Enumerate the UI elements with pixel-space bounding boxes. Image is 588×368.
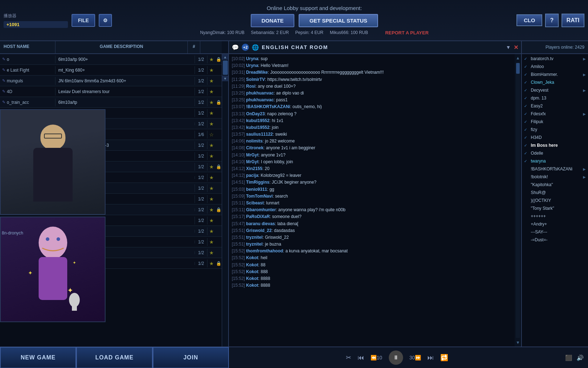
player-row[interactable]: ✓ Fdesxfx ▶ — [522, 110, 588, 118]
star-icon[interactable]: ★ — [207, 110, 215, 116]
chat-username[interactable]: Uryna — [246, 63, 258, 68]
player-row[interactable]: ✓ Decyvest ▶ — [522, 86, 588, 94]
star-icon[interactable]: ★ — [207, 89, 215, 95]
chat-username[interactable]: Kokot — [246, 269, 258, 274]
settings-button[interactable]: ⚙ — [99, 14, 112, 27]
chat-username[interactable]: tryznitel — [246, 242, 263, 247]
chat-username[interactable]: Kokot — [246, 276, 258, 281]
game-row[interactable]: ✎e Last Fight mt_King 680+ 1/2 ★ — [0, 65, 222, 76]
star-icon[interactable]: ★ — [207, 250, 215, 256]
special-status-button[interactable]: GET SPECIAL STATUS — [299, 14, 378, 27]
player-row[interactable]: ++++++ — [522, 212, 588, 220]
chat-close-button[interactable]: ✕ — [514, 44, 518, 51]
chat-username[interactable]: Kokot — [246, 255, 258, 260]
chat-username[interactable]: phukhuanvac — [246, 97, 274, 102]
load-game-button[interactable]: LOAD GAME — [76, 347, 152, 368]
chat-username[interactable]: saulius11122 — [246, 132, 273, 137]
chat-dropdown-button[interactable]: ▼ — [506, 44, 511, 50]
chat-username[interactable]: DreadMike — [246, 70, 268, 75]
player-row[interactable]: ✓ fizy — [522, 126, 588, 134]
star-icon[interactable]: ★ — [207, 175, 215, 180]
help-button[interactable]: ? — [545, 14, 559, 27]
list-scrollbar[interactable]: ▲ ▼ — [222, 54, 228, 347]
media-forward30-button[interactable]: 30⏩ — [410, 355, 421, 360]
star-icon[interactable]: ★ — [207, 121, 215, 127]
star-icon[interactable]: ★ — [207, 261, 215, 266]
player-row[interactable]: -=Dust=- — [522, 236, 588, 244]
chat-username[interactable]: Rosi — [246, 84, 255, 89]
game-row[interactable]: ✎o_train_acc 6lm10a/tp 1/2 ★ 🔒 — [0, 97, 222, 108]
chat-username[interactable]: MrGyt — [246, 152, 259, 158]
chat-username[interactable]: Uryna — [246, 56, 258, 61]
player-row[interactable]: ✓ Odelle — [522, 149, 588, 157]
media-volume-button[interactable]: 🔊 — [577, 354, 584, 361]
star-icon[interactable]: ★ — [207, 207, 215, 213]
player-row[interactable]: ✓ BiomHammer. ▶ — [522, 71, 588, 78]
star-icon[interactable]: ★ — [207, 78, 215, 84]
game-row[interactable]: ✎4D Lexiav Duel streamers tour 1/2 ★ — [0, 86, 222, 97]
chat-username[interactable]: Kokot — [246, 262, 258, 267]
star-icon[interactable]: ★ — [207, 142, 215, 148]
chat-username[interactable]: OnDay23 — [246, 111, 265, 116]
star-icon[interactable]: ★ — [207, 100, 215, 105]
player-row[interactable]: ✓ Amiloo — [522, 63, 588, 71]
chat-username[interactable]: !BASHKORTsKAZANi — [246, 104, 290, 109]
player-row[interactable]: ✓ baratorch.tv ▶ — [522, 55, 588, 63]
star-icon[interactable]: ★ — [207, 196, 215, 202]
chat-username[interactable]: thomfromthahood — [246, 248, 283, 253]
media-prev-button[interactable]: ⏮ — [358, 354, 364, 362]
game-row[interactable]: ✎munguls JN 6lm10anv 8mm6a 2sm4d3 600+ 1… — [0, 76, 222, 86]
chat-username[interactable]: Scibeast — [246, 200, 264, 205]
player-row[interactable]: ✓ H34D — [522, 134, 588, 141]
chat-username[interactable]: PaRoDiXaR — [246, 214, 270, 219]
chat-username[interactable]: Kokot — [246, 283, 258, 288]
chat-username[interactable]: phukhuanvac — [246, 91, 274, 96]
player-row[interactable]: !BASHKORTsKAZANi ▶ — [522, 165, 588, 173]
chat-username[interactable]: kubul19552 — [246, 125, 269, 130]
player-row[interactable]: "Kapitohka" — [522, 181, 588, 189]
chat-username[interactable]: TomTomNavi — [246, 194, 273, 199]
star-icon[interactable]: ★ — [207, 185, 215, 191]
chat-username[interactable]: benio9311 — [246, 187, 267, 192]
star-icon[interactable]: ★ — [207, 164, 215, 170]
rating-button[interactable]: RATI — [562, 14, 584, 27]
player-row[interactable]: ✓ Easy2 — [522, 102, 588, 110]
player-row[interactable]: ✓ dpm. 13 — [522, 94, 588, 102]
star-icon[interactable]: ☆ — [207, 132, 215, 137]
chat-username[interactable]: MrGyt — [246, 159, 259, 164]
player-row[interactable]: ✓ Im Boss here — [522, 141, 588, 149]
player-row[interactable]: ShuR@ — [522, 189, 588, 197]
join-button[interactable]: JOIN — [153, 347, 229, 368]
player-row[interactable]: ---SAY--- — [522, 228, 588, 236]
chat-username[interactable]: SolmirTV — [246, 77, 265, 82]
chat-username[interactable]: baranu dievas — [246, 221, 275, 226]
report-button[interactable]: REPORT A PLAYER — [385, 30, 428, 35]
player-row[interactable]: !bolotnik! ▶ — [522, 173, 588, 181]
media-next-button[interactable]: ⏭ — [427, 354, 434, 362]
new-game-button[interactable]: NEW GAME — [0, 347, 76, 368]
star-icon[interactable]: ★ — [207, 153, 215, 159]
scroll-down-arrow[interactable]: ▼ — [222, 76, 229, 81]
player-row[interactable]: )((OCTKIY — [522, 197, 588, 204]
chat-username[interactable]: pacija — [246, 173, 258, 178]
media-scissors-button[interactable]: ✂ — [346, 354, 351, 362]
player-row[interactable]: +Andry+ — [522, 220, 588, 228]
media-screen-button[interactable]: ⬛ — [565, 354, 572, 361]
player-row[interactable]: "Tony Stark" — [522, 204, 588, 212]
chat-username[interactable]: nolimits — [246, 139, 263, 144]
chat-username[interactable]: kubul19552 — [246, 118, 269, 123]
star-icon[interactable]: ★ — [207, 228, 215, 234]
media-loop-button[interactable]: 🔁 — [440, 354, 448, 362]
star-icon[interactable]: ★ — [207, 218, 215, 223]
chat-scroll-down[interactable]: ▼ — [516, 339, 520, 347]
media-play-pause-button[interactable]: ⏸ — [389, 350, 403, 365]
close-button[interactable]: CLO — [516, 14, 542, 26]
chat-username[interactable]: TimRiggins — [246, 180, 269, 185]
scroll-up-arrow[interactable]: ▲ — [222, 54, 229, 60]
chat-scrollbar[interactable]: ▲ ▼ — [515, 54, 521, 347]
chat-scroll-thumb[interactable] — [516, 63, 520, 74]
player-row[interactable]: ✓ twaryna — [522, 157, 588, 165]
chat-username[interactable]: Gbaromhunter — [246, 207, 276, 212]
player-row[interactable]: ✓ Clown_Jeka — [522, 78, 588, 86]
chat-username[interactable]: Xin2155 — [246, 166, 262, 171]
